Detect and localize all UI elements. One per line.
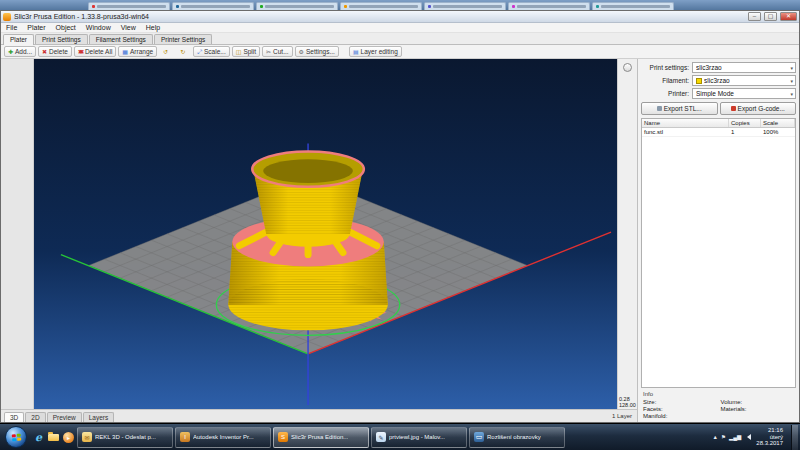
view-tab-layers[interactable]: Layers — [83, 412, 115, 422]
scale-button[interactable]: Scale... — [193, 46, 230, 57]
explorer-folder-icon[interactable] — [47, 430, 60, 444]
tab-plater[interactable]: Plater — [3, 34, 34, 45]
favicon — [260, 5, 263, 8]
minimize-button[interactable] — [748, 12, 761, 21]
network-icon[interactable]: ▂▄▆ — [729, 434, 741, 440]
3d-scene[interactable] — [34, 59, 617, 409]
taskbar-clock[interactable]: 21:16 úterý 28.3.2017 — [754, 427, 785, 447]
background-tab[interactable] — [172, 2, 254, 10]
menu-file[interactable]: File — [1, 24, 22, 31]
info-title: Info — [643, 391, 794, 398]
filament-select[interactable]: slic3rzao▾ — [692, 75, 796, 86]
taskbar-button-slic3r[interactable]: Slic3r Prusa Edition... — [273, 427, 369, 448]
desktop: Slic3r Prusa Edition - 1.33.8-prusa3d-wi… — [0, 0, 800, 450]
view-tab-2d[interactable]: 2D — [25, 412, 45, 422]
menu-object[interactable]: Object — [51, 24, 81, 31]
window-title: Slic3r Prusa Edition - 1.33.8-prusa3d-wi… — [14, 13, 745, 20]
layer-editing-toggle[interactable]: Layer editing — [349, 46, 402, 57]
titlebar[interactable]: Slic3r Prusa Edition - 1.33.8-prusa3d-wi… — [1, 11, 799, 23]
split-button[interactable]: Split — [232, 46, 260, 57]
menu-view[interactable]: View — [116, 24, 141, 31]
cut-button[interactable]: Cut... — [262, 46, 293, 57]
settings-button[interactable]: Settings... — [295, 46, 339, 57]
plater-toolbar: Add... Delete Delete All Arrange Scale..… — [1, 45, 799, 59]
view-tab-3d[interactable]: 3D — [4, 412, 24, 422]
left-gutter — [1, 59, 34, 409]
layer-slider-values: 0.28 128.00 — [619, 396, 636, 408]
cut-icon — [266, 49, 271, 55]
media-player-icon[interactable]: ▸ — [62, 430, 75, 444]
column-copies[interactable]: Copies — [729, 119, 761, 127]
chevron-down-icon: ▾ — [790, 91, 793, 97]
column-scale[interactable]: Scale — [761, 119, 795, 127]
right-panel: Print settings: slic3rzao▾ Filament: sli… — [637, 59, 799, 422]
background-tab[interactable] — [424, 2, 506, 10]
background-browser-tabbar[interactable] — [0, 0, 800, 10]
tab-filament-settings[interactable]: Filament Settings — [89, 34, 153, 44]
settings-icon — [299, 49, 304, 55]
rotate-cw-icon — [180, 49, 185, 55]
background-tab[interactable] — [592, 2, 674, 10]
menu-plater[interactable]: Plater — [22, 24, 50, 31]
display-icon — [474, 432, 484, 442]
inventor-icon — [180, 432, 190, 442]
view-tab-preview[interactable]: Preview — [47, 412, 82, 422]
taskbar-button-paint[interactable]: prtviewl.jpg - Malov... — [371, 427, 467, 448]
info-box: Info Size: Volume: Facets: Materials: Ma… — [641, 390, 796, 420]
favicon — [428, 5, 431, 8]
view-tabbar: 3D 2D Preview Layers 1 Layer — [1, 409, 637, 422]
rotate-ccw-button[interactable] — [159, 47, 174, 57]
info-materials-label: Materials: — [721, 406, 795, 413]
scale-icon — [197, 49, 202, 55]
volume-icon[interactable] — [744, 434, 751, 440]
export-gcode-button[interactable]: Export G-code... — [720, 102, 797, 115]
delete-all-icon — [78, 49, 83, 55]
menu-help[interactable]: Help — [141, 24, 165, 31]
add-icon — [8, 49, 13, 55]
app-icon — [3, 13, 11, 21]
favicon — [512, 5, 515, 8]
print-settings-select[interactable]: slic3rzao▾ — [692, 62, 796, 73]
tab-printer-settings[interactable]: Printer Settings — [154, 34, 212, 44]
column-name[interactable]: Name — [642, 119, 729, 127]
add-button[interactable]: Add... — [4, 46, 36, 57]
hidden-icons-arrow[interactable]: ▲ — [713, 434, 718, 440]
arrange-icon — [122, 49, 128, 55]
print-settings-label: Print settings: — [641, 64, 689, 71]
taskbar-button-inventor[interactable]: Autodesk Inventor Pr... — [175, 427, 271, 448]
taskbar-button-display[interactable]: Rozlišení obrazovky — [469, 427, 565, 448]
printer-label: Printer: — [641, 90, 689, 97]
background-tab[interactable] — [508, 2, 590, 10]
arrange-button[interactable]: Arrange — [118, 46, 157, 57]
rotate-ccw-icon — [163, 49, 168, 55]
rotate-cw-button[interactable] — [176, 47, 191, 57]
chevron-down-icon: ▾ — [790, 78, 793, 84]
menu-window[interactable]: Window — [81, 24, 116, 31]
slic3r-window: Slic3r Prusa Edition - 1.33.8-prusa3d-wi… — [0, 10, 800, 423]
table-row[interactable]: func.stl 1 100% — [642, 128, 795, 137]
start-button[interactable] — [5, 426, 27, 448]
slic3r-icon — [278, 432, 288, 442]
layer-slider-strip: 0.28 128.00 — [617, 59, 637, 409]
action-center-flag[interactable]: ⚑ — [721, 434, 726, 440]
export-stl-button[interactable]: Export STL... — [641, 102, 718, 115]
maximize-button[interactable] — [764, 12, 777, 21]
tab-print-settings[interactable]: Print Settings — [35, 34, 88, 44]
split-icon — [236, 49, 242, 55]
delete-button[interactable]: Delete — [38, 46, 72, 57]
delete-all-button[interactable]: Delete All — [74, 46, 117, 57]
3d-viewport[interactable] — [34, 59, 617, 409]
background-tab[interactable] — [88, 2, 170, 10]
favicon — [596, 5, 599, 8]
layer-slider-knob[interactable] — [623, 63, 632, 72]
close-button[interactable] — [780, 12, 797, 21]
ie-icon[interactable]: e — [32, 430, 45, 444]
background-tab[interactable] — [256, 2, 338, 10]
favicon — [176, 5, 179, 8]
printer-select[interactable]: Simple Mode▾ — [692, 88, 796, 99]
show-desktop-button[interactable] — [791, 425, 798, 450]
background-tab[interactable] — [340, 2, 422, 10]
taskbar-button-rekl[interactable]: REKL 3D - Odeslat p... — [77, 427, 173, 448]
filament-label: Filament: — [641, 77, 689, 84]
info-manifold-label: Manifold: — [643, 413, 717, 420]
